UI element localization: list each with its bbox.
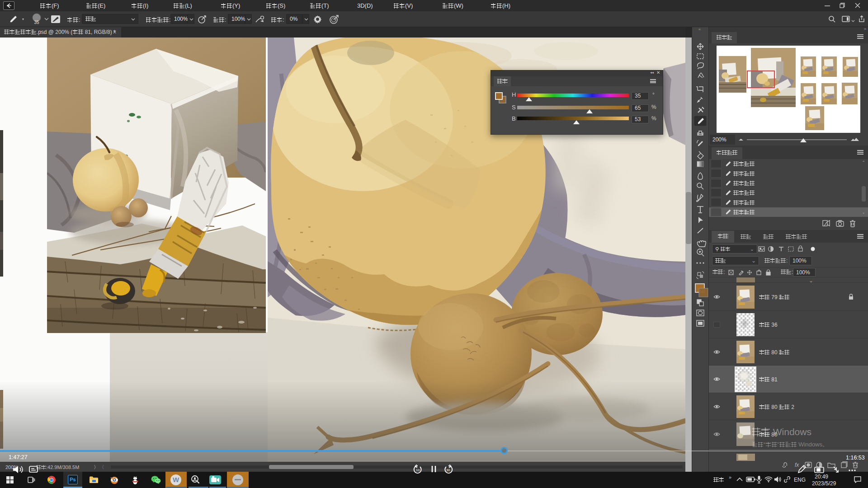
svg-text:fx: fx xyxy=(795,462,799,468)
svg-text:«: « xyxy=(698,27,701,32)
